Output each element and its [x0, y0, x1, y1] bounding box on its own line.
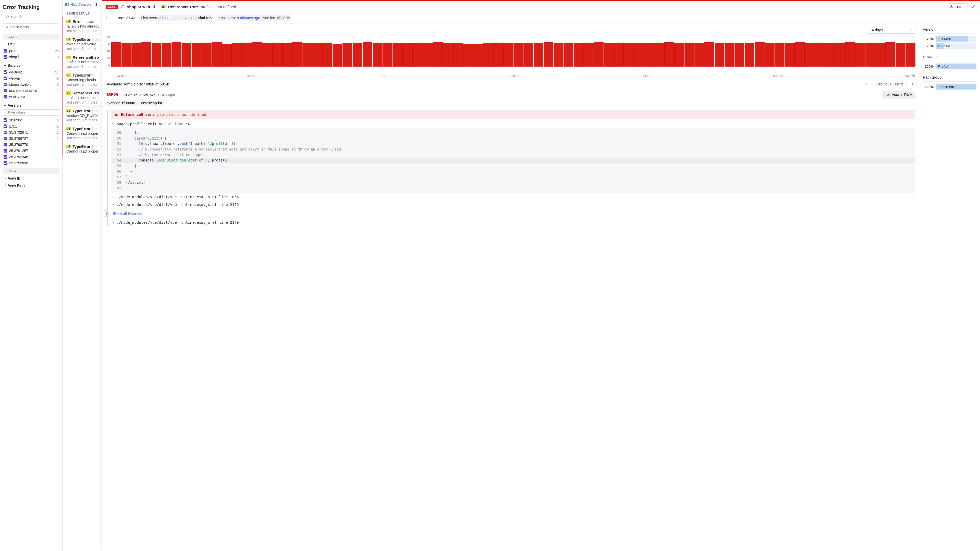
facet-value[interactable]: shop.ist8 — [3, 54, 59, 60]
chart-bar[interactable] — [775, 43, 784, 67]
chart-bar[interactable] — [443, 43, 453, 67]
chart-bar[interactable] — [896, 43, 905, 67]
chart-bar[interactable] — [905, 43, 915, 67]
export-button[interactable]: Export — [947, 3, 967, 10]
checkbox-icon[interactable] — [3, 49, 7, 52]
chart-bar[interactable] — [885, 42, 895, 67]
facet-value[interactable]: 1.3.12 — [3, 123, 59, 129]
chart-bar[interactable] — [755, 42, 764, 67]
first-sample-button[interactable] — [864, 82, 869, 86]
chart-bar[interactable] — [272, 43, 282, 67]
chart-bar[interactable] — [785, 43, 794, 67]
hide-controls-link[interactable]: Hide Controls — [70, 3, 91, 6]
facet-value[interactable]: prod26 — [3, 48, 59, 54]
chart-bar[interactable] — [544, 42, 553, 67]
facet-value[interactable]: web-store1 — [3, 94, 59, 100]
chart-bar[interactable] — [654, 43, 664, 67]
chart-bar[interactable] — [372, 43, 382, 67]
checkbox-icon[interactable] — [3, 137, 7, 140]
chart-bar[interactable] — [604, 43, 614, 67]
checkbox-icon[interactable] — [3, 161, 7, 165]
collapse-panel-icon[interactable] — [65, 3, 69, 6]
issue-list-item[interactable]: JSTypeError|htCannot read proper — [62, 142, 102, 156]
checkbox-icon[interactable] — [3, 155, 7, 159]
chart-bar[interactable] — [514, 43, 523, 67]
chart-bar[interactable] — [453, 43, 463, 67]
chart-bar[interactable] — [363, 42, 372, 67]
facet-value[interactable]: dd-lti-v217 — [3, 69, 59, 75]
chart-bar[interactable] — [162, 43, 171, 67]
chart-bar[interactable] — [111, 42, 121, 67]
expand-collapse-icon[interactable]: ▲▼ — [104, 210, 109, 217]
facet-value[interactable]: shopist-web-ui6 — [3, 81, 59, 87]
chart-bar[interactable] — [423, 43, 433, 67]
chart-bar[interactable] — [684, 43, 694, 67]
side-facet-row[interactable]: 100%/profile-edit — [923, 83, 977, 90]
chart-bar[interactable] — [463, 44, 473, 67]
copy-code-button[interactable] — [910, 130, 913, 133]
issue-list-item[interactable]: JSTypeError|Converting circular slast se… — [62, 71, 102, 89]
chart-bar[interactable] — [574, 43, 584, 67]
close-button[interactable] — [970, 3, 977, 10]
checkbox-icon[interactable] — [3, 89, 7, 92]
chart-bar[interactable] — [614, 43, 624, 67]
facet-search[interactable] — [3, 24, 59, 30]
facet-viewid-header[interactable]: View ID — [3, 175, 59, 182]
chart-bar[interactable] — [634, 43, 644, 67]
facet-group-view[interactable]: VIEW — [3, 168, 59, 174]
chart-bar[interactable] — [312, 43, 322, 67]
chart-bar[interactable] — [292, 42, 302, 67]
facet-env-header[interactable]: Env — [3, 41, 59, 48]
version-filter-input[interactable] — [8, 111, 57, 114]
previous-sample-link[interactable]: Previous — [877, 82, 891, 86]
show-all-frames-link[interactable]: ▲▼ Show all 9 frames — [111, 208, 915, 219]
issue-list-item[interactable]: JSError|...opistrails-ujs has alreadylas… — [62, 17, 102, 35]
facet-value[interactable]: 35.37926712 — [3, 129, 59, 135]
chart-bar[interactable] — [473, 44, 483, 67]
chart-bar[interactable] — [714, 43, 724, 67]
chart-bar[interactable] — [624, 43, 634, 67]
chart-bar[interactable] — [534, 43, 543, 67]
global-search[interactable] — [3, 13, 59, 21]
chart-bar[interactable] — [845, 42, 855, 67]
env-tag[interactable]: env:shop.ist — [139, 100, 164, 106]
chart-bar[interactable] — [694, 43, 704, 67]
chart-bar[interactable] — [192, 43, 201, 67]
facet-value[interactable]: 35.37923451 — [3, 154, 59, 160]
chart-bar[interactable] — [815, 43, 825, 67]
view-in-rum-button[interactable]: View in RUM — [883, 91, 915, 98]
chart-bar[interactable] — [493, 43, 503, 67]
facet-viewpath-header[interactable]: View Path — [3, 182, 59, 189]
chart-bar[interactable] — [202, 43, 212, 67]
chart-bar[interactable] — [262, 43, 272, 67]
stack-frame-expanded[interactable]: pages/profile-edit.vue at line 54 — [111, 119, 915, 128]
facet-value[interactable]: 35.37958581 — [3, 160, 59, 166]
facet-search-input[interactable] — [8, 25, 57, 29]
facet-value[interactable]: 35.37907701 — [3, 141, 59, 148]
facet-value[interactable]: io.shopist.android2 — [3, 87, 59, 94]
chart-bar[interactable] — [121, 43, 131, 67]
chart-bar[interactable] — [131, 43, 141, 67]
side-facet-row[interactable]: 79%2011455 — [923, 35, 977, 42]
chart-bar[interactable] — [232, 43, 242, 67]
chart-bar[interactable] — [433, 42, 443, 67]
issue-list-item[interactable]: JSReferenceErro|profile is not definedla… — [62, 89, 102, 106]
version-tag[interactable]: version:1f3890e — [107, 100, 137, 106]
chart-bar[interactable] — [795, 42, 805, 67]
facet-version-header[interactable]: Version — [3, 102, 59, 109]
chart-bar[interactable] — [151, 43, 161, 67]
checkbox-icon[interactable] — [3, 55, 7, 59]
chart-bar[interactable] — [674, 43, 684, 67]
issue-list-item[interactable]: JSReferenceErro|profile is not definedla… — [62, 53, 102, 71]
chart-bar[interactable] — [805, 43, 815, 67]
checkbox-icon[interactable] — [3, 130, 7, 134]
chart-bar[interactable] — [554, 43, 563, 67]
chart-bar[interactable] — [413, 43, 423, 67]
chart-bar[interactable] — [584, 43, 593, 67]
side-facet-row[interactable]: 20%1f3890e — [923, 42, 977, 49]
chart-bar[interactable] — [403, 43, 413, 67]
checkbox-icon[interactable] — [3, 124, 7, 128]
stack-frame-collapsed[interactable]: ./node_modules/vue/dist/vue.runtime.esm.… — [111, 201, 915, 208]
next-sample-link[interactable]: Next — [895, 82, 903, 86]
facet-value[interactable]: 35.37912571 — [3, 148, 59, 154]
